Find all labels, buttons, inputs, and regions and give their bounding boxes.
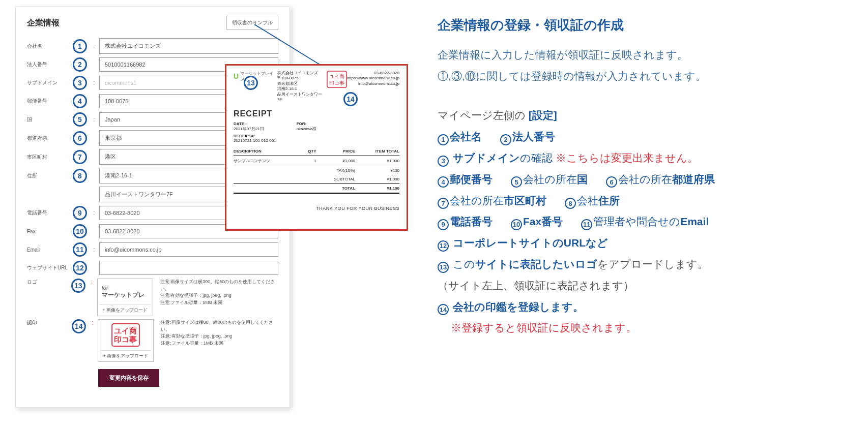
label-corp-number: 法人番号 — [27, 61, 68, 68]
marker-14: 14 — [72, 319, 86, 333]
label-tel: 電話番号 — [27, 209, 68, 217]
input-email[interactable]: info@uicommons.co.jp — [99, 242, 278, 257]
table-row: サンプルコンテンツ 1 ¥1,000 ¥1,000 — [234, 156, 399, 166]
label-address: 住所 — [27, 172, 68, 179]
panel-title: 企業情報 — [27, 18, 60, 28]
explain-p1: 企業情報に入力した情報が領収証に反映されます。 — [438, 45, 855, 65]
subtotal-row: SUBTOTAL ¥1,000 — [234, 175, 399, 184]
svg-text:印コ事: 印コ事 — [114, 335, 137, 344]
receipt-thanks: THANK YOU FOR YOUR BUSINESS — [234, 206, 399, 211]
row-logo: ロゴ 13 : for マーケットプレ + 画像をアップロード 注意:画像サイズ… — [27, 279, 278, 316]
label-website: ウェブサイトURL — [27, 264, 68, 271]
svg-text:印コ事: 印コ事 — [329, 80, 344, 86]
bullet-13-icon: 13 — [438, 262, 449, 273]
input-company-name[interactable]: 株式会社ユイコモンズ — [99, 38, 278, 54]
receipt-meta: DATE: 2021年07月21日 RECEIPT#: 20210721-100… — [234, 121, 399, 143]
explain-row-14: 14 会社の印鑑を登録します。 — [438, 297, 855, 317]
marker-7: 7 — [73, 150, 87, 164]
marker-11: 11 — [73, 242, 87, 257]
receipt-sample: U マーケットプレイス 株式会社ユイコモンズ 〒108-0075 東京都港区 港… — [225, 64, 408, 231]
marker-3: 3 — [73, 76, 87, 90]
marker-10: 10 — [73, 224, 87, 238]
label-subdomain: サブドメイン — [27, 79, 68, 86]
explain-row-7-8: 7会社の所在市区町村 8会社住所 — [438, 191, 855, 210]
bullet-12-icon: 12 — [438, 240, 449, 252]
marker-8: 8 — [73, 169, 87, 183]
logo-notes: 注意:画像サイズは横300、縦50のものを使用してください。 注意:有効な拡張子… — [160, 279, 278, 306]
bullet-11-icon: 11 — [581, 219, 592, 230]
bullet-10-icon: 10 — [511, 219, 522, 230]
marker-5: 5 — [73, 112, 87, 127]
receipt-title: RECEIPT — [234, 109, 399, 118]
explain-row-9-10-11: 9電話番号 10Fax番号 11管理者や問合せのEmail — [438, 212, 855, 231]
label-country: 国 — [27, 116, 68, 123]
marker-14-receipt: 14 — [343, 92, 358, 106]
explanation: 企業情報の登録・領収証の作成 企業情報に入力した情報が領収証に反映されます。 ①… — [438, 13, 855, 340]
bullet-8-icon: 8 — [565, 198, 576, 209]
receipt-company: 株式会社ユイコモンズ 〒108-0075 東京都港区 港南2-16-1 品川イー… — [277, 71, 327, 102]
receipt-table: DESCRIPTION QTY PRICE ITEM TOTAL サンプルコンテ… — [234, 147, 399, 194]
explain-row-14-warn: ※登録すると領収証に反映されます。 — [451, 318, 855, 338]
required-icon: : — [93, 43, 97, 50]
label-logo: ロゴ — [27, 279, 67, 286]
explain-row-12: 12 コーポレートサイトのURLなど — [438, 233, 855, 253]
label-fax: Fax — [27, 229, 68, 234]
marker-2: 2 — [73, 57, 87, 72]
upload-logo-button[interactable]: + 画像をアップロード — [100, 304, 151, 314]
panel-header: 企業情報 領収書のサンプル — [27, 16, 278, 30]
marker-13-receipt: 13 — [244, 76, 258, 90]
receipt-contact: 03-6822-8020 https://www.uicommons.co.jp… — [347, 71, 399, 86]
label-city: 市区町村 — [27, 154, 68, 161]
bullet-5-icon: 5 — [511, 176, 522, 188]
svg-text:ユイ商: ユイ商 — [329, 74, 344, 79]
logo-preview: for マーケットプレ + 画像をアップロード — [97, 279, 153, 316]
label-email: Email — [27, 247, 68, 253]
label-postal: 郵便番号 — [27, 98, 68, 105]
bullet-4-icon: 4 — [438, 176, 449, 188]
explain-row-13-note: （サイト左上、領収証に表記されます） — [438, 276, 855, 295]
bullet-6-icon: 6 — [606, 176, 617, 188]
table-header: DESCRIPTION QTY PRICE ITEM TOTAL — [234, 147, 399, 156]
stamp-preview: ユイ商印コ事 + 画像をアップロード — [98, 319, 154, 362]
row-company-name: 会社名 1 : 株式会社ユイコモンズ — [27, 38, 278, 54]
receipt-sample-button[interactable]: 領収書のサンプル — [226, 16, 278, 30]
label-company-name: 会社名 — [27, 43, 68, 50]
marker-6: 6 — [73, 131, 87, 145]
bullet-7-icon: 7 — [438, 198, 449, 209]
marker-1: 1 — [73, 39, 87, 53]
explain-row-3: 3 サブドメインの確認 ※こちらは変更出来ません。 — [438, 148, 855, 168]
stamp-notes: 注意:画像サイズは横80、縦80のものを使用してください。 注意:有効な拡張子：… — [161, 319, 278, 347]
receipt-header: U マーケットプレイス 株式会社ユイコモンズ 〒108-0075 東京都港区 港… — [234, 71, 399, 106]
bullet-9-icon: 9 — [438, 219, 449, 230]
explain-p2: ①,③,⑩に関しては登録時の情報が入力されています。 — [438, 67, 855, 86]
explain-row-4-5-6: 4郵便番号 5会社の所在国 6会社の所在都道府県 — [438, 170, 855, 189]
row-email: Email 11 : info@uicommons.co.jp — [27, 242, 278, 257]
explain-row-1-2: 1会社名 2法人番号 — [438, 127, 855, 146]
receipt-stamp-icon: ユイ商印コ事 — [327, 71, 347, 89]
label-stamp: 認印 — [27, 319, 67, 326]
bullet-3-icon: 3 — [438, 156, 449, 167]
upload-stamp-button[interactable]: + 画像をアップロード — [100, 350, 151, 359]
explain-row-13: 13 このサイトに表記したいロゴをアプロードします。 — [438, 255, 855, 274]
bullet-1-icon: 1 — [438, 134, 449, 145]
svg-text:ユイ商: ユイ商 — [114, 326, 137, 335]
marker-9: 9 — [73, 206, 87, 220]
explain-mypage: マイページ左側の [設定] — [438, 106, 855, 125]
explain-title: 企業情報の登録・領収証の作成 — [438, 13, 855, 37]
marker-13: 13 — [71, 279, 85, 293]
row-stamp: 認印 14 : ユイ商印コ事 + 画像をアップロード 注意:画像サイズは横80、… — [27, 319, 278, 362]
marker-12: 12 — [73, 261, 87, 275]
logo-icon: for マーケットプレ — [100, 281, 151, 302]
marker-4: 4 — [73, 94, 87, 108]
row-website: ウェブサイトURL 12 — [27, 260, 278, 275]
tax-row: TAX(10%) ¥100 — [234, 166, 399, 175]
total-row: TOTAL ¥1,100 — [234, 184, 399, 194]
bullet-14-icon: 14 — [438, 304, 449, 315]
bullet-2-icon: 2 — [500, 134, 511, 145]
stamp-icon: ユイ商印コ事 — [100, 322, 151, 348]
brand-icon: U — [234, 72, 239, 80]
input-website[interactable] — [99, 261, 278, 275]
label-prefecture: 都道府県 — [27, 135, 68, 142]
save-button[interactable]: 変更内容を保存 — [98, 369, 159, 387]
